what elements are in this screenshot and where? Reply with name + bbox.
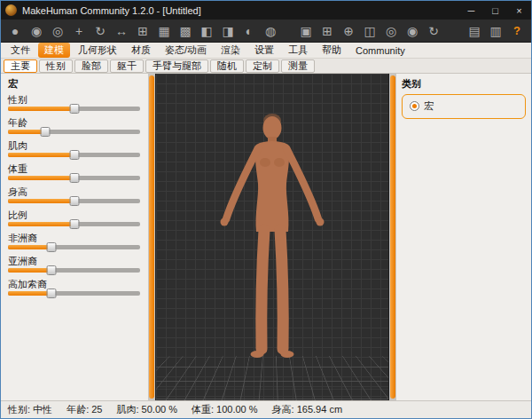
menu-tab-6[interactable]: 设置 xyxy=(248,43,280,58)
maximize-button[interactable]: □ xyxy=(483,1,507,20)
slider-track[interactable] xyxy=(8,291,140,296)
close-button[interactable]: × xyxy=(507,1,531,20)
slider-handle[interactable] xyxy=(69,150,79,160)
menu-tab-8[interactable]: 帮助 xyxy=(316,43,348,58)
sub-tab-1[interactable]: 性别 xyxy=(39,59,73,73)
global-camera-icon[interactable]: ◎ xyxy=(380,21,402,41)
toolbar-view-group: ▣⊞⊕◫◎◉↻ xyxy=(295,21,444,41)
main-toolbar: ●◉◎+↻↔⊞▦▩◧◨◐◍ ▣⊞⊕◫◎◉↻ ▤▥? xyxy=(1,20,531,43)
macro-slider-3: 体重 xyxy=(8,163,142,180)
macro-slider-5: 比例 xyxy=(8,210,142,226)
sub-tab-6[interactable]: 定制 xyxy=(246,59,279,73)
move-icon[interactable]: + xyxy=(68,21,90,41)
macro-slider-1: 年龄 xyxy=(8,117,142,134)
sphere-solid-icon[interactable]: ● xyxy=(4,21,26,41)
right-scrollbar-thumb[interactable] xyxy=(390,75,395,399)
slider-track[interactable] xyxy=(8,130,140,134)
slider-track[interactable] xyxy=(8,107,140,111)
radio-icon[interactable] xyxy=(410,101,419,111)
checker-icon[interactable]: ▩ xyxy=(175,21,196,41)
sphere-wire-icon[interactable]: ◎ xyxy=(47,21,68,41)
category-panel: 类别 宏 xyxy=(396,74,531,400)
macro-sliders: 性别 年龄 肌肉 体重 身高 比例 xyxy=(8,94,142,296)
menu-tab-4[interactable]: 姿态/动画 xyxy=(159,43,213,58)
grid-toggle-icon[interactable]: ⊞ xyxy=(317,21,338,41)
slider-track[interactable] xyxy=(8,153,140,157)
shaded-sphere-icon[interactable]: ◍ xyxy=(260,21,281,41)
slider-handle[interactable] xyxy=(40,127,50,137)
slider-handle[interactable] xyxy=(47,265,57,275)
face-camera-icon[interactable]: ◉ xyxy=(402,21,423,41)
status-item-4: 身高: 165.94 cm xyxy=(272,403,342,416)
slider-fill xyxy=(8,245,51,249)
toolbar-right-group: ▤▥? xyxy=(464,21,528,41)
slider-handle[interactable] xyxy=(69,196,79,206)
slider-track[interactable] xyxy=(8,176,140,180)
left-scrollbar-thumb[interactable] xyxy=(149,75,154,399)
main-area: 宏 性别 年龄 肌肉 体重 身高 比例 xyxy=(1,74,531,400)
menu-tab-2[interactable]: 几何形状 xyxy=(72,43,123,58)
slider-handle[interactable] xyxy=(47,242,57,252)
slider-track[interactable] xyxy=(8,245,140,249)
orbit-camera-icon[interactable]: ↻ xyxy=(423,21,444,41)
app-logo-icon xyxy=(5,4,17,16)
grid-icon[interactable]: ⊞ xyxy=(132,21,153,41)
menu-tab-9[interactable]: Community xyxy=(349,44,411,57)
slider-fill xyxy=(8,222,74,226)
sub-tab-0[interactable]: 主要 xyxy=(4,59,37,73)
sphere-mesh-icon[interactable]: ◉ xyxy=(26,21,47,41)
half-shade-sphere-icon[interactable]: ◐ xyxy=(239,21,260,41)
rotate-icon[interactable]: ↻ xyxy=(90,21,111,41)
sub-tab-5[interactable]: 随机 xyxy=(210,59,244,73)
slider-handle[interactable] xyxy=(69,173,79,183)
slider-fill xyxy=(8,176,74,180)
sub-tab-7[interactable]: 测量 xyxy=(281,59,315,73)
window-title: MakeHuman Community 1.2.0 - [Untitled] xyxy=(22,5,459,16)
menu-tab-1[interactable]: 建模 xyxy=(38,43,70,58)
slider-track[interactable] xyxy=(8,199,140,203)
axes-icon[interactable]: ⊕ xyxy=(338,21,359,41)
minimize-button[interactable]: ─ xyxy=(459,1,483,20)
slider-label: 非洲裔 xyxy=(8,233,142,243)
category-panel-title: 类别 xyxy=(402,77,526,91)
help-icon[interactable]: ? xyxy=(506,21,528,41)
slider-handle[interactable] xyxy=(69,104,79,114)
slider-track[interactable] xyxy=(8,222,140,226)
left-scrollbar[interactable] xyxy=(148,74,155,400)
sub-tab-3[interactable]: 躯干 xyxy=(110,59,144,73)
sub-tab-2[interactable]: 脸部 xyxy=(74,59,108,73)
macro-slider-7: 亚洲裔 xyxy=(8,256,142,273)
3d-viewport[interactable] xyxy=(155,74,389,400)
slider-label: 年龄 xyxy=(8,117,142,128)
right-scrollbar[interactable] xyxy=(389,74,396,400)
slider-fill xyxy=(8,153,74,157)
perspective-icon[interactable]: ◫ xyxy=(359,21,380,41)
menu-tab-0[interactable]: 文件 xyxy=(4,43,36,58)
sub-tab-4[interactable]: 手臂与腿部 xyxy=(145,59,208,73)
background-image-icon[interactable]: ▣ xyxy=(295,21,317,41)
status-item-1: 年龄: 25 xyxy=(66,403,102,416)
macro-slider-8: 高加索裔 xyxy=(8,279,142,296)
photo-icon[interactable]: ▤ xyxy=(464,21,485,41)
category-option-0[interactable]: 宏 xyxy=(410,99,518,113)
symmetry-left-icon[interactable]: ◧ xyxy=(196,21,217,41)
menu-tab-5[interactable]: 渲染 xyxy=(215,43,246,58)
status-bar: 性别: 中性年龄: 25肌肉: 50.00 %体重: 100.00 %身高: 1… xyxy=(1,400,531,418)
settings-icon[interactable]: ▥ xyxy=(485,21,506,41)
scale-icon[interactable]: ↔ xyxy=(111,21,132,41)
menu-tab-3[interactable]: 材质 xyxy=(125,43,157,58)
toolbar-mesh-group: ●◉◎+↻↔⊞▦▩◧◨◐◍ xyxy=(4,21,281,41)
wireframe-icon[interactable]: ▦ xyxy=(153,21,175,41)
symmetry-right-icon[interactable]: ◨ xyxy=(217,21,239,41)
slider-track[interactable] xyxy=(8,268,140,273)
title-bar: MakeHuman Community 1.2.0 - [Untitled] ─… xyxy=(1,1,531,20)
radio-label: 宏 xyxy=(424,99,434,113)
sub-tab-bar: 主要性别脸部躯干手臂与腿部随机定制测量 xyxy=(1,59,531,74)
slider-label: 亚洲裔 xyxy=(8,256,142,266)
menu-tab-7[interactable]: 工具 xyxy=(282,43,314,58)
human-model[interactable] xyxy=(179,88,365,390)
slider-handle[interactable] xyxy=(47,289,57,298)
status-item-2: 肌肉: 50.00 % xyxy=(116,403,176,416)
slider-fill xyxy=(8,268,51,273)
slider-handle[interactable] xyxy=(69,219,79,229)
